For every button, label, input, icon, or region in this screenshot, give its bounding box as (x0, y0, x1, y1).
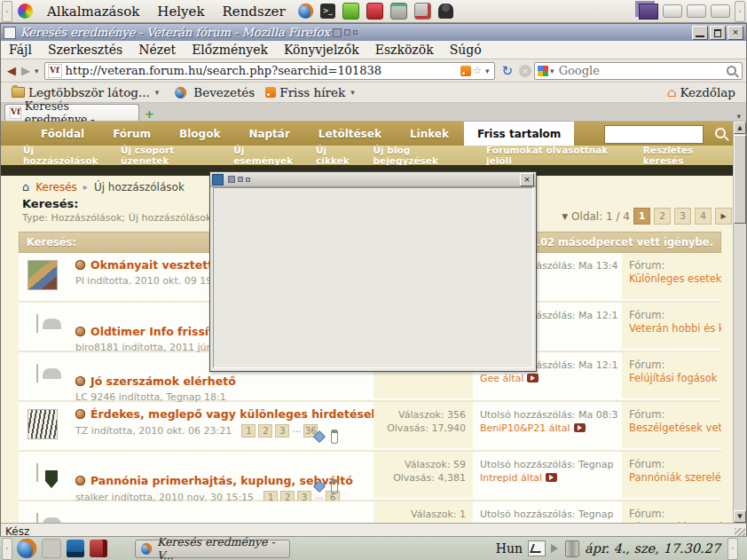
nav-forum[interactable]: Fórum (99, 122, 164, 146)
last-poster-link[interactable]: Gee által (480, 373, 523, 384)
stop-button[interactable]: × (519, 65, 531, 77)
dialog-titlebar[interactable]: × (210, 172, 536, 187)
forum-search-button[interactable] (709, 124, 732, 142)
forum-link[interactable]: Veterán hobbi és klub (629, 322, 721, 335)
subnav-mark-forums-read[interactable]: Fórumokat olvasottnak jelöli (486, 145, 632, 166)
forum-link[interactable]: Különleges esetek (629, 272, 721, 285)
menu-history[interactable]: Előzmények (184, 43, 276, 57)
thread-page-button[interactable]: 2 (258, 424, 272, 438)
page-1-button[interactable]: 1 (633, 208, 650, 225)
taskbar-window-button[interactable]: Keresés eredménye - V... (135, 540, 290, 558)
thread-title-link[interactable]: Jó szerszámok elérhető (90, 375, 236, 388)
thread-title-link[interactable]: Érdekes, meglepő vagy különleges hirdeté… (90, 407, 379, 421)
menu-tools[interactable]: Eszközök (367, 43, 442, 57)
forum-link[interactable]: Beszélgetések veteránosok (629, 422, 721, 434)
window-titlebar[interactable]: Keresés eredménye - Veterán fórum - Mozi… (1, 24, 746, 41)
attachment-icon[interactable] (331, 430, 338, 444)
history-dropdown-icon[interactable]: ▾ (33, 67, 41, 75)
terminal-launcher-icon[interactable]: >_ (320, 4, 335, 19)
page-2-button[interactable]: 2 (654, 208, 671, 225)
forum-link[interactable]: Felújítási fogások (629, 372, 717, 384)
calculator-icon[interactable] (390, 3, 407, 20)
search-engine-dropdown-icon[interactable]: ▾ (548, 67, 556, 75)
scroll-down-icon[interactable]: ▼ (734, 510, 746, 523)
menu-view[interactable]: Nézet (130, 43, 184, 57)
drive-icon[interactable] (414, 3, 431, 20)
web-search-input[interactable] (556, 64, 727, 77)
menu-applications[interactable]: Alkalmazások (38, 4, 148, 20)
nav-home[interactable]: Főoldal (28, 122, 98, 146)
search-go-icon[interactable] (727, 66, 736, 75)
nav-downloads[interactable]: Letöltések (305, 122, 395, 146)
page-dropdown-icon[interactable]: ▼ (562, 212, 568, 221)
home-button[interactable]: ⌂ Kezdőlap (662, 85, 741, 99)
subnav-new-group-messages[interactable]: Új csoport üzenetek (121, 145, 222, 166)
scroll-up-icon[interactable]: ▲ (734, 122, 746, 134)
last-poster-link[interactable]: BeniP10&P21 által (480, 422, 570, 434)
firefox-launcher-icon[interactable] (298, 4, 313, 19)
thread-page-button[interactable]: 1 (241, 424, 256, 438)
layout-switcher-icon[interactable] (528, 540, 546, 556)
minimize-button[interactable] (692, 26, 708, 40)
bookmark-star-icon[interactable]: ☆ (471, 65, 484, 76)
forward-button[interactable]: ▶ (19, 65, 33, 76)
taskbar-hide-left-button[interactable]: ‹ (2, 538, 12, 560)
subnav-new-blog-entries[interactable]: Új blog bejegyzések (374, 145, 475, 166)
clock[interactable]: ápr. 4., sze, 17.30.27 (585, 541, 720, 556)
image-viewer-icon[interactable] (67, 540, 84, 557)
list-tabs-icon[interactable]: ▾ (736, 112, 743, 121)
avatar[interactable] (28, 409, 58, 439)
help-book-icon[interactable] (366, 3, 383, 20)
package-manager-icon[interactable] (342, 3, 359, 20)
panel-hide-left-button[interactable]: ‹ (2, 1, 12, 22)
forum-search-input[interactable] (604, 125, 704, 144)
rss-feed-icon[interactable] (460, 66, 471, 76)
distro-logo-icon[interactable] (18, 4, 33, 19)
workspace-3-button[interactable] (711, 4, 730, 18)
workspace-2-button[interactable] (687, 4, 706, 18)
panel-hide-right-button[interactable]: › (735, 1, 745, 22)
avatar[interactable] (28, 260, 58, 290)
url-bar[interactable]: Vf ☆ ▾ (44, 62, 495, 80)
dialog-window[interactable]: × (209, 171, 537, 372)
last-poster-link[interactable]: Intrepid által (480, 472, 542, 484)
bookmark-most-visited[interactable]: Legtöbbször látog... ▾ (6, 85, 166, 99)
bookmark-getting-started[interactable]: Bevezetés (166, 85, 260, 99)
menu-edit[interactable]: Szerkesztés (40, 43, 130, 57)
goto-last-post-icon[interactable] (527, 374, 539, 383)
nav-fresh-content[interactable]: Friss tartalom (464, 122, 574, 146)
back-button[interactable]: ◀ (4, 65, 19, 76)
subnav-new-articles[interactable]: Új cikkek (316, 145, 362, 166)
goto-last-post-icon[interactable] (546, 473, 557, 482)
close-button[interactable]: × (727, 26, 743, 40)
avatar[interactable] (36, 364, 38, 383)
breadcrumb-search-link[interactable]: Keresés (35, 181, 77, 193)
trash-icon[interactable] (565, 540, 579, 557)
reload-button[interactable]: ↻ (499, 63, 517, 79)
page-3-button[interactable]: 3 (674, 208, 691, 225)
menu-system[interactable]: Rendszer (214, 4, 295, 20)
search-bar[interactable]: ▾ (534, 62, 743, 80)
page-4-button[interactable]: 4 (695, 208, 712, 225)
goto-last-post-icon[interactable] (574, 423, 586, 432)
forum-link[interactable]: Pannóniák szerelése (629, 471, 721, 484)
subnav-new-events[interactable]: Új események (233, 145, 304, 166)
menu-places[interactable]: Helyek (148, 4, 213, 20)
nav-links[interactable]: Linkek (397, 122, 462, 146)
attachment-icon[interactable] (331, 479, 338, 493)
logout-door-icon[interactable] (90, 540, 107, 557)
dialog-close-button[interactable]: × (520, 173, 534, 186)
taskbar-hide-right-button[interactable]: › (727, 538, 738, 560)
home-icon[interactable]: ⌂ (22, 180, 29, 193)
user-switcher-icon[interactable] (438, 4, 453, 19)
tab-search-results[interactable]: Vf Keresés eredménye -... (4, 104, 139, 121)
menu-bookmarks[interactable]: Könyvjelzők (276, 43, 367, 57)
tag-icon[interactable] (313, 430, 326, 443)
menu-file[interactable]: Fájl (1, 43, 40, 57)
subnav-new-posts[interactable]: Új hozzászólások (23, 145, 109, 166)
firefox-taskbar-icon[interactable] (17, 539, 36, 558)
avatar[interactable] (36, 513, 38, 523)
scrollbar[interactable]: ▲ ▼ (733, 122, 746, 523)
scrollbar-thumb[interactable] (734, 135, 746, 224)
advanced-search-link[interactable]: Részletes keresés (643, 145, 734, 166)
